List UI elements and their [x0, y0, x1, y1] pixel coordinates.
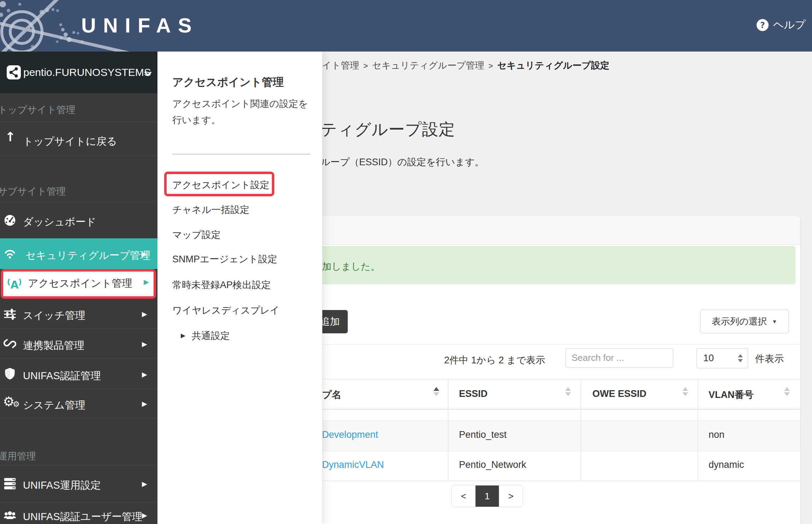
add-button-label: 追加	[320, 315, 340, 328]
vlan-cell: dynamic	[709, 459, 744, 470]
sidebar-section-operations: 運用管理	[0, 450, 36, 463]
expand-arrow-icon[interactable]: ▶	[181, 332, 185, 339]
sidebar-item-unifas-ops-settings[interactable]: UNIFAS運用設定 ▶	[0, 465, 157, 502]
svg-text:A: A	[10, 279, 19, 291]
submenu-arrow-icon: ▶	[142, 511, 147, 519]
sort-asc-icon[interactable]	[434, 387, 439, 396]
breadcrumb-separator: >	[363, 61, 368, 70]
table-border	[698, 379, 698, 481]
chevron-down-icon	[144, 71, 152, 76]
column-select-button[interactable]: 表示列の選択 ▼	[700, 310, 789, 333]
pagination: < 1 >	[452, 485, 523, 507]
caret-down-icon: ▼	[772, 318, 777, 324]
brand-title: UNIFAS	[81, 13, 199, 37]
sidebar-item-system[interactable]: ⚙ ⚙ システム管理 ▶	[0, 389, 157, 418]
sidebar-item-dashboard[interactable]: ダッシュボード	[0, 202, 157, 238]
column-select-label: 表示列の選択	[712, 315, 767, 328]
group-name-link[interactable]: Development	[322, 429, 378, 440]
breadcrumb-separator: >	[489, 61, 493, 70]
svg-text:?: ?	[760, 20, 765, 30]
submenu-arrow-icon: ▶	[142, 480, 147, 488]
sidebar-item-back-to-topsite[interactable]: ↑ トップサイトに戻る	[0, 122, 157, 155]
share-icon	[6, 65, 21, 80]
submenu-arrow-icon: ▶	[144, 278, 149, 286]
spinner-icon	[738, 354, 743, 362]
breadcrumb-item[interactable]: イト管理	[322, 60, 359, 71]
account-name: pentio.FURUNOSYSTEMS	[23, 66, 151, 78]
flyout-item-snmp-agent-settings[interactable]: SNMPエージェント設定	[172, 253, 277, 266]
gear-small-icon: ⚙	[13, 400, 20, 409]
submenu-arrow-icon: ▶	[142, 250, 147, 258]
flyout-item-wireless-display[interactable]: ワイヤレスディスプレイ	[172, 304, 280, 317]
gauge-icon	[4, 213, 16, 227]
sidebar-item-security-group[interactable]: セキュリティグループ管理 ▶	[0, 238, 157, 269]
page-size-select[interactable]: 10	[697, 348, 748, 368]
sidebar-item-switch[interactable]: スイッチ管理 ▶	[0, 299, 157, 329]
sort-icon[interactable]	[565, 387, 571, 396]
pagination-next-button[interactable]: >	[499, 486, 523, 507]
per-page-label: 件表示	[755, 352, 784, 365]
breadcrumb: イト管理>セキュリティグループ管理>セキュリティグループ設定	[322, 59, 609, 72]
record-count-info: 2件中 1から 2 まで表示	[444, 354, 545, 367]
submenu-arrow-icon: ▶	[142, 310, 147, 318]
pagination-page-1[interactable]: 1	[475, 486, 499, 507]
table-border	[581, 379, 581, 481]
sliders-icon	[4, 307, 16, 321]
sidebar-item-linked-products[interactable]: 連携製品管理 ▶	[0, 329, 157, 358]
vlan-cell: non	[709, 429, 724, 440]
column-header-owe-essid[interactable]: OWE ESSID	[592, 388, 646, 399]
table-border	[448, 379, 448, 481]
sidebar-item-access-point[interactable]: A アクセスポイント管理 ▶	[1, 269, 156, 299]
success-alert-message: 加しました。	[322, 260, 380, 273]
divider	[0, 155, 157, 156]
essid-cell: Pentio_test	[459, 429, 507, 440]
sidebar-item-unifas-auth[interactable]: UNIFAS認証管理 ▶	[0, 358, 157, 389]
submenu-arrow-icon: ▶	[142, 340, 147, 348]
help-label: ヘルプ	[773, 18, 806, 32]
sidebar-section-topsite: トップサイト管理	[0, 103, 76, 116]
shield-icon	[4, 367, 16, 381]
server-icon	[4, 477, 16, 491]
help-icon: ?	[756, 19, 769, 31]
sort-icon[interactable]	[682, 387, 688, 396]
help-button[interactable]: ? ヘルプ	[756, 18, 806, 32]
page-description: ループ（ESSID）の設定を行います。	[321, 156, 484, 168]
pagination-prev-button[interactable]: <	[452, 486, 475, 507]
antenna-icon: A	[7, 276, 22, 292]
breadcrumb-current: セキュリティグループ設定	[497, 60, 609, 71]
breadcrumb-item[interactable]: セキュリティグループ管理	[372, 60, 484, 71]
flyout-item-channel-batch-settings[interactable]: チャネル一括設定	[172, 203, 250, 216]
group-name-link[interactable]: DynamicVLAN	[322, 459, 384, 470]
flyout-item-common-settings[interactable]: 共通設定	[192, 329, 230, 342]
column-header-vlan[interactable]: VLAN番号	[709, 388, 754, 401]
sidebar-item-unifas-auth-users[interactable]: UNIFAS認証ユーザー管理 ▶	[0, 502, 157, 524]
sidebar-account-switcher[interactable]: pentio.FURUNOSYSTEMS	[0, 52, 157, 93]
flyout-title: アクセスポイント管理	[172, 75, 284, 90]
access-point-flyout-menu: アクセスポイント管理 アクセスポイント関連の設定を行います。 アクセスポイント設…	[157, 52, 322, 524]
column-header-essid[interactable]: ESSID	[459, 388, 488, 399]
page-title: ティグループ設定	[321, 119, 455, 141]
search-input[interactable]	[566, 348, 673, 368]
submenu-arrow-icon: ▶	[142, 370, 147, 379]
flyout-item-map-settings[interactable]: マップ設定	[172, 228, 221, 241]
users-icon	[4, 509, 16, 523]
divider	[172, 154, 310, 154]
sort-icon[interactable]	[784, 387, 790, 396]
wifi-icon	[4, 247, 16, 261]
submenu-arrow-icon: ▶	[142, 400, 147, 408]
flyout-description: アクセスポイント関連の設定を行います。	[172, 96, 315, 128]
sidebar-section-subsite: サブサイト管理	[0, 185, 66, 198]
flyout-item-rogue-ap-detection[interactable]: 常時未登録AP検出設定	[172, 279, 271, 291]
essid-cell: Pentio_Network	[459, 459, 526, 470]
column-header-group-name[interactable]: プ名	[322, 388, 341, 401]
flyout-item-access-point-settings[interactable]: アクセスポイント設定	[172, 179, 269, 191]
up-arrow-icon: ↑	[5, 130, 16, 144]
link-icon	[4, 337, 16, 351]
page-size-value: 10	[697, 353, 738, 364]
app-header: UNIFAS ? ヘルプ	[0, 0, 812, 52]
